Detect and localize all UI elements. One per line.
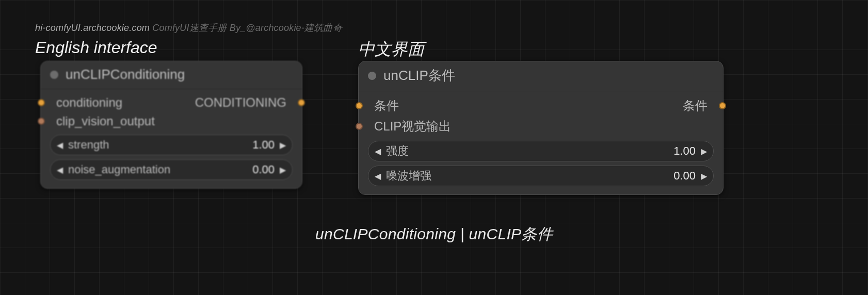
node-unclip-zh[interactable]: unCLIP条件 条件 条件 CLIP视觉输出 ◀ 强度 <box>358 61 724 195</box>
footer-caption: unCLIPConditioning | unCLIP条件 <box>0 224 868 245</box>
chevron-left-icon[interactable]: ◀ <box>375 171 381 181</box>
node-header[interactable]: unCLIP条件 <box>359 61 723 91</box>
node-body: conditioning CONDITIONING clip_vision_ou… <box>41 89 302 188</box>
node-header[interactable]: unCLIPConditioning <box>41 61 302 89</box>
chevron-right-icon[interactable]: ▶ <box>701 146 707 156</box>
io-row-conditioning: 条件 条件 <box>366 95 716 116</box>
input-label-conditioning: 条件 <box>374 97 399 114</box>
io-row-clip-vision-output: CLIP视觉输出 <box>366 116 716 137</box>
input-port-conditioning-icon[interactable] <box>38 99 45 106</box>
section-label-english: English interface <box>35 38 157 57</box>
input-label-clip-vision: clip_vision_output <box>56 114 155 128</box>
watermark-site: hi-comfyUI.archcookie.com <box>35 23 150 33</box>
output-port-conditioning-icon[interactable] <box>298 99 305 106</box>
node-status-dot-icon <box>368 72 376 80</box>
widget-noise-augmentation[interactable]: ◀ 噪波增强 0.00 ▶ <box>368 166 714 186</box>
node-status-dot-icon <box>50 71 58 79</box>
chevron-left-icon[interactable]: ◀ <box>57 165 63 175</box>
widget-noise-augmentation[interactable]: ◀ noise_augmentation 0.00 ▶ <box>50 159 293 180</box>
input-label-conditioning: conditioning <box>56 95 122 110</box>
widget-value[interactable]: 1.00 <box>673 144 696 158</box>
input-label-clip-vision: CLIP视觉输出 <box>374 118 451 135</box>
watermark: hi-comfyUI.archcookie.com ComfyUI速查手册 By… <box>35 22 342 34</box>
section-label-chinese: 中文界面 <box>358 38 424 61</box>
chevron-right-icon[interactable]: ▶ <box>280 165 286 175</box>
chevron-right-icon[interactable]: ▶ <box>280 140 286 150</box>
widget-strength[interactable]: ◀ 强度 1.00 ▶ <box>368 141 714 161</box>
widget-name: 强度 <box>386 143 409 159</box>
widget-name: strength <box>68 138 109 152</box>
chevron-left-icon[interactable]: ◀ <box>57 140 63 150</box>
widget-name: noise_augmentation <box>68 163 170 176</box>
chevron-right-icon[interactable]: ▶ <box>701 171 707 181</box>
widget-strength[interactable]: ◀ strength 1.00 ▶ <box>50 135 293 155</box>
node-unclip-en[interactable]: unCLIPConditioning conditioning CONDITIO… <box>40 61 302 189</box>
output-label-conditioning: 条件 <box>683 97 708 114</box>
io-row-clip-vision-output: clip_vision_output <box>48 112 295 130</box>
widget-value[interactable]: 0.00 <box>673 169 696 183</box>
node-title: unCLIPConditioning <box>66 67 185 83</box>
input-port-clip-vision-icon[interactable] <box>38 118 45 125</box>
widget-value[interactable]: 0.00 <box>252 163 275 176</box>
widget-name: 噪波增强 <box>386 168 431 184</box>
output-label-conditioning: CONDITIONING <box>195 95 286 110</box>
io-row-conditioning: conditioning CONDITIONING <box>48 93 295 112</box>
chevron-left-icon[interactable]: ◀ <box>375 146 381 156</box>
node-body: 条件 条件 CLIP视觉输出 ◀ 强度 1.00 ▶ ◀ 噪波增强 <box>359 91 723 194</box>
input-port-clip-vision-icon[interactable] <box>356 123 363 130</box>
input-port-conditioning-icon[interactable] <box>356 102 363 109</box>
output-port-conditioning-icon[interactable] <box>719 102 726 109</box>
watermark-rest: ComfyUI速查手册 By_@archcookie-建筑曲奇 <box>150 23 342 33</box>
node-title: unCLIP条件 <box>383 67 455 85</box>
widget-value[interactable]: 1.00 <box>252 138 275 152</box>
